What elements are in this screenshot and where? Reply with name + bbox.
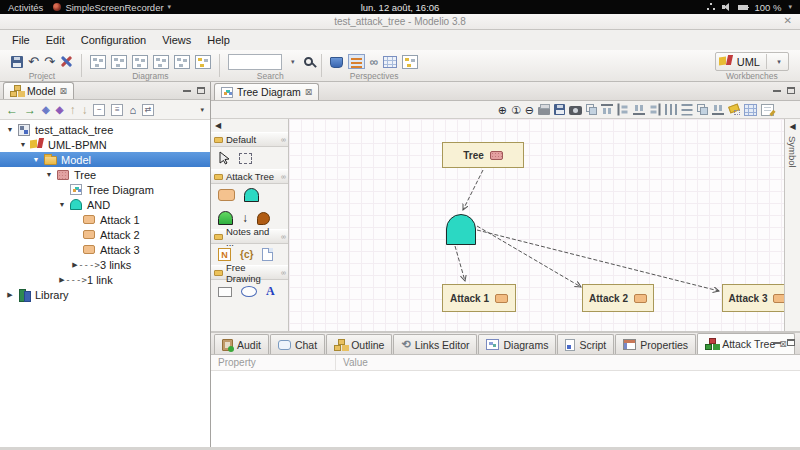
tree-item-attack-3[interactable]: Attack 3: [0, 242, 210, 257]
undo-button[interactable]: ↶: [28, 55, 39, 69]
menu-views[interactable]: Views: [154, 32, 199, 48]
dependency-arrow-tree-to-and[interactable]: [463, 170, 483, 210]
menu-help[interactable]: Help: [199, 32, 238, 48]
perspective-links-button[interactable]: ∞: [370, 55, 379, 69]
select-tool-icon[interactable]: [218, 151, 230, 165]
forward-arrow-icon[interactable]: →: [24, 104, 36, 116]
link-tool-icon[interactable]: ↓: [242, 212, 248, 224]
symbol-panel-collapsed[interactable]: ◀ Symbol: [784, 119, 800, 331]
tab-tree-diagram[interactable]: Tree Diagram ⊠: [214, 83, 319, 100]
system-tray[interactable]: 100 % ▾: [707, 2, 792, 13]
window-close-icon[interactable]: ✕: [784, 15, 792, 26]
perspective-matrix-button[interactable]: [383, 56, 397, 68]
same-size-icon[interactable]: [697, 104, 705, 112]
zoom-selection-icon[interactable]: [586, 104, 594, 112]
expander-icon[interactable]: ▼: [4, 126, 16, 133]
actor-diagram-button[interactable]: [174, 55, 190, 69]
view-menu-icon[interactable]: ▾: [200, 106, 204, 114]
menu-configuration[interactable]: Configuration: [73, 32, 154, 48]
configure-tools-button[interactable]: [60, 55, 73, 68]
collapse-all-icon[interactable]: −: [93, 104, 105, 116]
fit-height-icon[interactable]: [712, 104, 724, 115]
usecase-diagram-button[interactable]: [132, 55, 148, 69]
tree-item-1-link[interactable]: ▶ ---> 1 link: [0, 272, 210, 287]
search-options-dropdown[interactable]: ▾: [287, 54, 299, 70]
search-input[interactable]: [228, 54, 282, 70]
format-painter-icon[interactable]: [728, 104, 740, 115]
maximize-icon[interactable]: [197, 87, 205, 94]
properties-table-body[interactable]: [211, 371, 800, 447]
align-bottom-icon[interactable]: [633, 104, 645, 115]
tree-item-and[interactable]: ▼ AND: [0, 197, 210, 212]
align-top-icon[interactable]: [601, 104, 613, 115]
dependency-arrow-and-to-attack1[interactable]: [455, 246, 465, 281]
tree-item-tree[interactable]: ▼ Tree: [0, 167, 210, 182]
column-property[interactable]: Property: [211, 355, 336, 370]
tree-item-attack-1[interactable]: Attack 1: [0, 212, 210, 227]
composite-diagram-button[interactable]: [153, 55, 169, 69]
tree-item-uml-bpmn[interactable]: ▼ UML-BPMN: [0, 137, 210, 152]
print-icon[interactable]: [538, 107, 550, 115]
expander-icon[interactable]: ▼: [56, 201, 68, 208]
tree-item-model[interactable]: ▼ Model: [0, 152, 210, 167]
link-with-editor-icon[interactable]: ≡: [111, 104, 123, 116]
ellipse-tool-icon[interactable]: [241, 286, 257, 297]
tab-model[interactable]: Model ⊠: [3, 82, 74, 99]
search-icon[interactable]: [304, 57, 313, 66]
maximize-icon[interactable]: [787, 339, 795, 346]
tree-item-project[interactable]: ▼ test_attack_tree: [0, 122, 210, 137]
menu-file[interactable]: File: [4, 32, 38, 48]
app-menu[interactable]: SimpleScreenRecorder ▾: [53, 2, 171, 13]
redo-button[interactable]: ↷: [44, 55, 55, 69]
diagram-canvas[interactable]: Tree Attack 1 Attack 2: [289, 119, 784, 331]
menu-edit[interactable]: Edit: [38, 32, 73, 48]
activities-button[interactable]: Activités: [8, 2, 43, 13]
tree-item-attack-2[interactable]: Attack 2: [0, 227, 210, 242]
minimize-icon[interactable]: [773, 341, 781, 344]
close-icon[interactable]: ⊠: [305, 87, 313, 97]
document-tool-icon[interactable]: [262, 248, 273, 261]
minimize-icon[interactable]: [773, 89, 781, 92]
or-gate-tool-icon[interactable]: [218, 211, 233, 225]
text-tool-icon[interactable]: A: [266, 284, 275, 299]
close-icon[interactable]: ⊠: [60, 86, 68, 96]
expand-panel-icon[interactable]: ◀: [789, 122, 795, 131]
next-selection-icon[interactable]: ◈: [56, 104, 64, 116]
tab-outline[interactable]: Outline: [326, 334, 392, 354]
rectangle-tool-icon[interactable]: [218, 287, 232, 297]
note-tool-icon[interactable]: N: [218, 248, 231, 261]
zoom-in-icon[interactable]: ⊕: [498, 104, 507, 116]
maximize-icon[interactable]: [787, 87, 795, 94]
clock[interactable]: lun. 12 août, 16:06: [361, 2, 440, 13]
and-gate-tool-icon[interactable]: [244, 188, 259, 202]
tab-links-editor[interactable]: ⟲ Links Editor: [393, 334, 477, 354]
node-tree[interactable]: Tree: [442, 142, 524, 168]
perspective-model-button[interactable]: [348, 54, 365, 69]
save-image-icon[interactable]: [554, 104, 565, 115]
matrix-button[interactable]: [195, 55, 211, 69]
expander-icon[interactable]: ▼: [17, 141, 29, 148]
distribute-vertical-icon[interactable]: [682, 104, 693, 116]
class-diagram-button[interactable]: [90, 55, 106, 69]
countermeasure-tool-icon[interactable]: [257, 212, 270, 225]
dependency-arrow-and-to-attack3[interactable]: [477, 230, 719, 291]
tree-item-tree-diagram[interactable]: Tree Diagram: [0, 182, 210, 197]
palette-section-free-drawing[interactable]: Free Drawing ∞: [211, 265, 288, 280]
align-left-icon[interactable]: [618, 104, 629, 116]
snapshot-icon[interactable]: [569, 106, 582, 115]
tab-audit[interactable]: Audit: [214, 334, 269, 354]
align-right-icon[interactable]: [650, 104, 661, 116]
zoom-out-icon[interactable]: ⊖: [525, 104, 534, 116]
tab-chat[interactable]: Chat: [270, 334, 325, 354]
dependency-arrow-and-to-attack2[interactable]: [477, 226, 581, 287]
palette-section-attack-tree[interactable]: Attack Tree ∞: [211, 169, 288, 184]
perspective-default-button[interactable]: [330, 57, 343, 68]
marquee-tool-icon[interactable]: [239, 153, 252, 164]
perspective-custom-button[interactable]: [402, 55, 418, 69]
expander-icon[interactable]: ▼: [43, 171, 55, 178]
expander-icon[interactable]: ▶: [4, 291, 16, 299]
palette-section-default[interactable]: Default ∞: [211, 132, 288, 147]
save-button[interactable]: [11, 56, 23, 68]
back-arrow-icon[interactable]: ←: [6, 104, 18, 116]
toggle-grid-icon[interactable]: [744, 104, 757, 116]
